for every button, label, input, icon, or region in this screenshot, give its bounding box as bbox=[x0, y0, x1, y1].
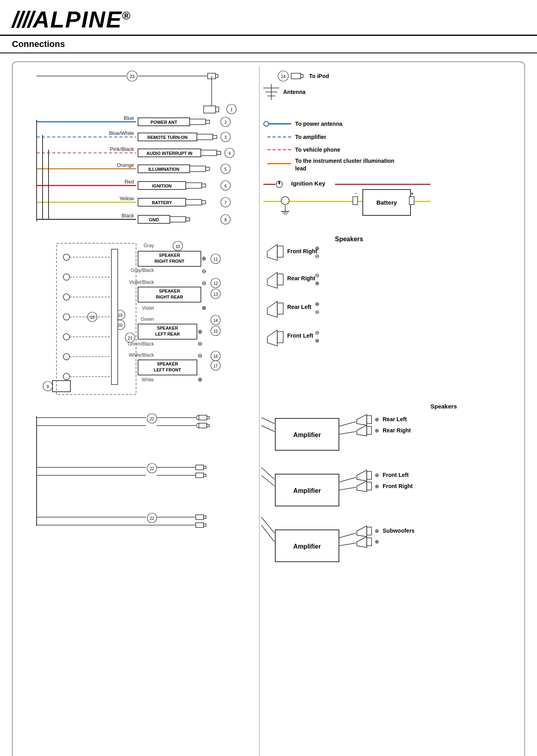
svg-text:⊕: ⊕ bbox=[315, 245, 319, 251]
svg-rect-93 bbox=[278, 181, 280, 184]
svg-text:BATTERY: BATTERY bbox=[152, 200, 172, 205]
svg-text:Blue/White: Blue/White bbox=[109, 130, 134, 136]
svg-rect-102 bbox=[409, 197, 414, 205]
svg-rect-213 bbox=[277, 246, 283, 257]
svg-text:Rear Left: Rear Left bbox=[383, 416, 407, 422]
svg-text:White/Black: White/Black bbox=[129, 352, 154, 358]
svg-text:SPEAKER: SPEAKER bbox=[159, 253, 180, 258]
svg-text:22: 22 bbox=[150, 467, 154, 471]
svg-text:AUDIO INTERRUPT IN: AUDIO INTERRUPT IN bbox=[146, 151, 193, 156]
svg-text:⊖: ⊖ bbox=[315, 330, 319, 336]
svg-text:Speakers: Speakers bbox=[335, 236, 363, 242]
svg-rect-236 bbox=[367, 416, 372, 424]
svg-text:22: 22 bbox=[150, 516, 154, 521]
svg-text:15: 15 bbox=[213, 329, 218, 334]
svg-text:Pink/Black: Pink/Black bbox=[110, 146, 134, 152]
svg-text:⊕: ⊕ bbox=[198, 328, 202, 335]
svg-text:-: - bbox=[355, 190, 357, 197]
svg-text:5: 5 bbox=[224, 167, 227, 172]
svg-text:REMOTE TURN-ON: REMOTE TURN-ON bbox=[148, 135, 188, 140]
svg-rect-197 bbox=[204, 466, 206, 469]
svg-text:Rear Left: Rear Left bbox=[287, 304, 311, 310]
svg-text:11: 11 bbox=[213, 257, 218, 262]
svg-rect-218 bbox=[277, 274, 283, 285]
svg-text:Battery: Battery bbox=[376, 199, 397, 206]
svg-rect-152 bbox=[53, 381, 70, 392]
svg-text:4: 4 bbox=[228, 151, 231, 156]
wiring-diagram: 23 24 To iPod Antenna 1 Blue POWER ANT 2… bbox=[13, 62, 526, 756]
svg-text:⊕: ⊕ bbox=[315, 338, 319, 344]
svg-text:17: 17 bbox=[213, 364, 218, 368]
svg-text:Rear Right: Rear Right bbox=[287, 275, 315, 281]
svg-text:RIGHT REAR: RIGHT REAR bbox=[156, 295, 183, 299]
svg-text:⊕: ⊕ bbox=[375, 528, 379, 534]
svg-point-82 bbox=[264, 121, 268, 126]
svg-rect-208 bbox=[196, 523, 204, 527]
svg-text:14: 14 bbox=[213, 318, 218, 323]
svg-line-272 bbox=[261, 517, 274, 533]
svg-text:Ignition Key: Ignition Key bbox=[291, 180, 325, 187]
section-title: Connections bbox=[0, 36, 537, 53]
svg-line-273 bbox=[261, 525, 274, 542]
svg-text:22: 22 bbox=[150, 417, 154, 421]
svg-text:Violet: Violet bbox=[142, 305, 154, 311]
svg-text:Gray/Black: Gray/Black bbox=[130, 268, 154, 273]
svg-text:⊕: ⊕ bbox=[375, 483, 379, 489]
svg-text:⊖: ⊖ bbox=[202, 268, 206, 274]
svg-line-271 bbox=[261, 475, 274, 486]
svg-rect-74 bbox=[170, 217, 186, 222]
svg-rect-264 bbox=[367, 538, 372, 546]
svg-text:Yellow: Yellow bbox=[119, 195, 134, 201]
svg-rect-10 bbox=[301, 74, 303, 78]
svg-text:⊕: ⊕ bbox=[198, 376, 202, 383]
svg-text:Antenna: Antenna bbox=[283, 89, 305, 95]
svg-point-167 bbox=[63, 314, 70, 320]
svg-line-256 bbox=[339, 487, 356, 490]
svg-text:To vehicle phone: To vehicle phone bbox=[295, 147, 340, 153]
svg-text:LEFT FRONT: LEFT FRONT bbox=[154, 367, 181, 372]
svg-text:19: 19 bbox=[118, 313, 123, 318]
svg-text:20: 20 bbox=[118, 323, 123, 328]
svg-rect-199 bbox=[196, 473, 204, 478]
svg-text:Black: Black bbox=[121, 213, 134, 219]
svg-point-166 bbox=[63, 294, 70, 300]
svg-text:Blue: Blue bbox=[124, 115, 134, 121]
svg-rect-59 bbox=[202, 184, 206, 187]
svg-text:ILLUMINATION: ILLUMINATION bbox=[148, 167, 179, 172]
svg-text:Green: Green bbox=[141, 316, 154, 322]
svg-rect-6 bbox=[216, 74, 218, 78]
svg-rect-51 bbox=[206, 167, 210, 170]
svg-text:18: 18 bbox=[90, 315, 95, 320]
svg-text:Amplifier: Amplifier bbox=[293, 543, 321, 550]
header: ////ALPINE® Connections bbox=[0, 0, 537, 53]
svg-text:Amplifier: Amplifier bbox=[293, 432, 321, 438]
svg-text:Front Left: Front Left bbox=[287, 332, 313, 339]
svg-rect-42 bbox=[201, 150, 217, 156]
svg-line-269 bbox=[261, 426, 274, 432]
svg-point-169 bbox=[63, 354, 70, 360]
svg-rect-178 bbox=[111, 249, 118, 385]
svg-text:13: 13 bbox=[213, 292, 218, 297]
svg-text:SPEAKER: SPEAKER bbox=[157, 326, 178, 330]
svg-text:1: 1 bbox=[230, 107, 233, 112]
svg-text:24: 24 bbox=[281, 74, 286, 79]
svg-text:9: 9 bbox=[47, 385, 49, 389]
svg-text:White: White bbox=[142, 377, 154, 383]
svg-text:⊕: ⊕ bbox=[202, 305, 206, 311]
svg-rect-66 bbox=[186, 199, 202, 205]
svg-text:Front Right: Front Right bbox=[383, 483, 413, 489]
svg-marker-212 bbox=[267, 244, 277, 260]
svg-rect-58 bbox=[186, 183, 202, 188]
svg-rect-185 bbox=[199, 415, 207, 420]
alpine-logo: ////ALPINE® bbox=[12, 6, 130, 33]
svg-rect-43 bbox=[217, 151, 221, 154]
svg-rect-228 bbox=[277, 332, 283, 343]
svg-line-268 bbox=[261, 418, 274, 424]
svg-point-103 bbox=[281, 197, 289, 205]
svg-text:To amplifier: To amplifier bbox=[295, 134, 327, 140]
logo-text: ////ALPINE® bbox=[12, 6, 130, 32]
svg-text:SPEAKER: SPEAKER bbox=[157, 361, 178, 366]
svg-text:GND: GND bbox=[149, 217, 159, 222]
svg-text:6: 6 bbox=[224, 184, 227, 188]
svg-rect-248 bbox=[367, 471, 372, 479]
